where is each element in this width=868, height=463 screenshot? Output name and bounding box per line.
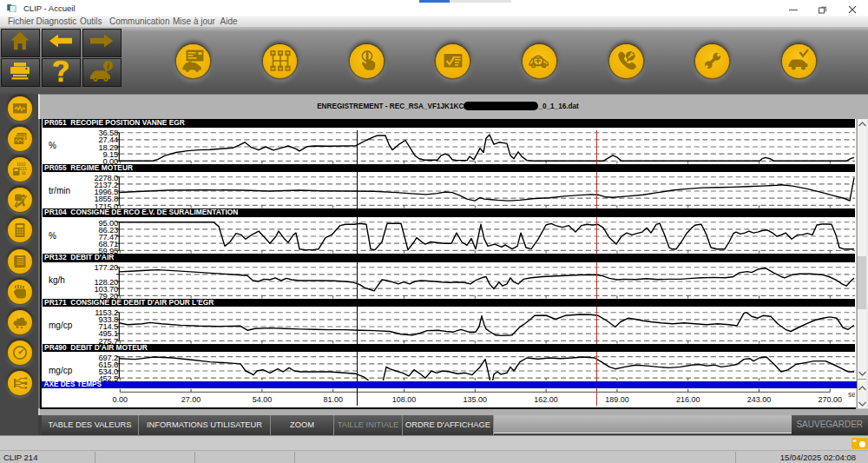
svg-text:54.00: 54.00	[253, 394, 273, 403]
svg-text:189.00: 189.00	[605, 394, 629, 403]
svg-text:135.00: 135.00	[464, 394, 488, 403]
svg-text:0.00: 0.00	[113, 394, 128, 403]
svg-text:162.00: 162.00	[534, 394, 558, 403]
svg-text:81.00: 81.00	[323, 394, 343, 403]
svg-text:108.00: 108.00	[392, 394, 417, 403]
svg-text:se: se	[848, 389, 855, 398]
svg-text:270.00: 270.00	[819, 394, 843, 403]
svg-text:243.00: 243.00	[747, 394, 772, 403]
svg-text:27.00: 27.00	[181, 394, 201, 403]
svg-text:10: 10	[21, 171, 26, 175]
svg-text:216.00: 216.00	[676, 394, 700, 403]
